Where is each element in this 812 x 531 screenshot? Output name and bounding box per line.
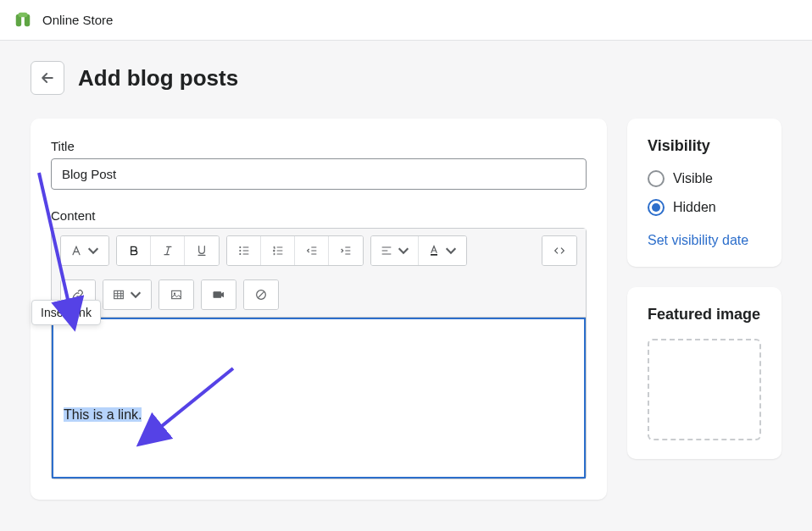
topbar: Online Store xyxy=(0,0,812,41)
visibility-option-hidden[interactable]: Hidden xyxy=(648,199,761,216)
underline-button[interactable] xyxy=(185,236,219,265)
code-view-button[interactable] xyxy=(542,236,576,265)
radio-icon xyxy=(648,170,665,187)
title-input[interactable] xyxy=(51,158,587,190)
italic-icon xyxy=(161,244,175,257)
code-icon xyxy=(553,244,566,257)
page-title: Add blog posts xyxy=(78,65,238,91)
main-card: Title Content xyxy=(31,119,607,500)
editor-toolbar: Insert link xyxy=(52,229,586,318)
svg-rect-2 xyxy=(19,12,28,17)
app-logo-icon xyxy=(14,11,32,30)
svg-rect-6 xyxy=(431,254,437,256)
bullet-list-icon xyxy=(237,244,251,257)
text-color-icon xyxy=(427,244,441,257)
underline-icon xyxy=(195,244,209,257)
chevron-down-icon xyxy=(397,244,410,257)
indent-icon xyxy=(339,244,353,257)
featured-image-dropzone[interactable] xyxy=(648,339,761,440)
image-icon xyxy=(170,288,183,301)
text-color-button[interactable] xyxy=(419,236,466,265)
insert-table-button[interactable] xyxy=(103,280,151,309)
visibility-label: Visible xyxy=(673,171,713,186)
insert-video-button[interactable] xyxy=(202,280,236,309)
visibility-label: Hidden xyxy=(673,200,716,215)
font-family-button[interactable] xyxy=(61,236,108,265)
numbered-list-button[interactable] xyxy=(261,236,295,265)
chevron-down-icon xyxy=(129,288,142,301)
radio-icon xyxy=(648,199,665,216)
svg-rect-8 xyxy=(172,290,181,298)
align-button[interactable] xyxy=(371,236,419,265)
svg-point-5 xyxy=(239,253,241,255)
align-icon xyxy=(380,244,393,257)
editor-content-area[interactable]: This is a link. xyxy=(52,318,586,478)
arrow-left-icon xyxy=(39,69,56,86)
topbar-title: Online Store xyxy=(42,13,113,27)
insert-image-button[interactable] xyxy=(159,280,193,309)
outdent-icon xyxy=(305,244,319,257)
video-icon xyxy=(212,288,225,301)
bullet-list-button[interactable] xyxy=(227,236,261,265)
chevron-down-icon xyxy=(86,244,100,257)
set-visibility-date-link[interactable]: Set visibility date xyxy=(648,233,748,248)
title-label: Title xyxy=(51,139,587,153)
svg-point-3 xyxy=(239,246,241,248)
svg-rect-7 xyxy=(114,290,124,298)
clear-formatting-button[interactable] xyxy=(244,280,278,309)
bold-icon xyxy=(127,244,141,257)
back-button[interactable] xyxy=(31,61,64,95)
clear-format-icon xyxy=(254,288,268,301)
visibility-option-visible[interactable]: Visible xyxy=(648,170,761,187)
visibility-title: Visibility xyxy=(648,137,761,155)
insert-link-tooltip: Insert link xyxy=(31,300,101,325)
editor-sample-text[interactable]: This is a link. xyxy=(64,407,142,422)
numbered-list-icon xyxy=(271,244,285,257)
featured-image-card: Featured image xyxy=(627,287,781,459)
featured-image-title: Featured image xyxy=(648,306,761,324)
outdent-button[interactable] xyxy=(295,236,329,265)
content-label: Content xyxy=(51,208,587,223)
rich-text-editor: Insert link This is a link. xyxy=(51,228,587,479)
svg-point-4 xyxy=(239,250,241,252)
bold-button[interactable] xyxy=(117,236,151,265)
svg-rect-10 xyxy=(214,292,221,298)
chevron-down-icon xyxy=(444,244,458,257)
table-icon xyxy=(112,288,125,301)
page-header: Add blog posts xyxy=(31,61,781,95)
indent-button[interactable] xyxy=(329,236,363,265)
font-a-icon xyxy=(70,244,83,257)
visibility-card: Visibility Visible Hidden Set visibility… xyxy=(627,119,781,267)
italic-button[interactable] xyxy=(151,236,185,265)
